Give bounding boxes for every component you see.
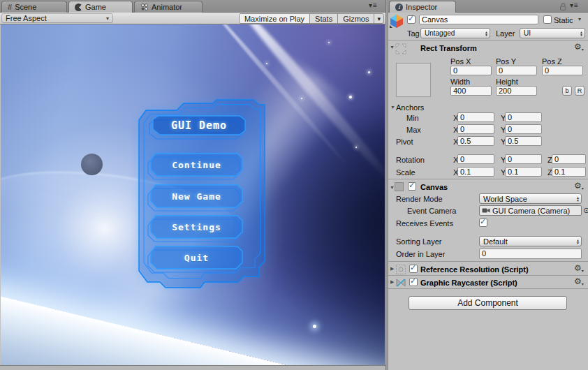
dropdown-arrows-icon: ▲▼ — [485, 31, 488, 36]
gear-icon[interactable]: ⚙▾ — [574, 43, 584, 54]
event-camera-label: Event Camera — [407, 207, 456, 215]
tab-game-label: Game — [85, 3, 106, 11]
canvas-foldout-icon[interactable]: ▼ — [390, 185, 395, 190]
scale-x-field[interactable]: 0.1 — [457, 167, 494, 177]
blueprint-mode-button[interactable]: b — [562, 86, 572, 96]
aspect-dropdown-value: Free Aspect — [6, 14, 47, 22]
inspector-panel: i Inspector ▾≡ ✓ Canvas Static ▾ Tag Unt… — [388, 0, 588, 370]
star — [328, 42, 330, 43]
anchors-min-x-field[interactable]: 0 — [457, 112, 494, 122]
scale-z-field[interactable]: 0.1 — [552, 167, 586, 177]
rect-transform-icon — [395, 43, 407, 55]
game-icon — [75, 3, 82, 11]
reference-resolution-foldout-icon[interactable]: ▶ — [390, 266, 394, 272]
game-viewport: GUI Demo Continue New Game Settings Quit — [1, 24, 385, 365]
new-game-button[interactable]: New Game — [151, 185, 242, 207]
dropdown-arrows-icon: ▲▼ — [580, 31, 583, 36]
pivot-label: Pivot — [396, 138, 413, 146]
add-component-button[interactable]: Add Component — [409, 296, 567, 310]
rotation-x-field[interactable]: 0 — [457, 154, 494, 164]
star — [355, 147, 357, 148]
continue-button[interactable]: Continue — [151, 154, 242, 176]
object-picker-icon[interactable]: ⊙ — [583, 206, 588, 215]
pos-y-label: Pos Y — [496, 57, 516, 66]
graphic-raycaster-title: Graphic Raycaster (Script) — [420, 279, 517, 287]
moon-silhouette — [81, 154, 103, 175]
sorting-layer-dropdown[interactable]: Default ▲▼ — [479, 236, 582, 246]
gizmos-button[interactable]: Gizmos — [337, 14, 374, 23]
reference-resolution-title: Reference Resolution (Script) — [420, 265, 529, 274]
anchors-max-y-field[interactable]: 0 — [505, 124, 542, 134]
tab-scene-label: Scene — [15, 3, 36, 11]
pivot-y-field[interactable]: 0.5 — [505, 136, 542, 146]
game-toolbar-buttons: Maximize on Play Stats Gizmos ▾ — [239, 13, 384, 24]
left-pane-menu-icon[interactable]: ▾≡ — [369, 1, 378, 9]
receives-events-checkbox[interactable]: ✓ — [479, 219, 487, 227]
graphic-raycaster-icon — [395, 277, 406, 288]
quit-button[interactable]: Quit — [151, 246, 242, 269]
tab-scene[interactable]: # Scene — [1, 1, 67, 13]
raw-edit-mode-button[interactable]: R — [575, 86, 585, 96]
dropdown-arrows-icon: ▲▼ — [576, 196, 580, 202]
static-dropdown-icon[interactable]: ▾ — [578, 16, 581, 22]
reference-resolution-icon — [395, 264, 406, 275]
inspector-icon: i — [395, 3, 403, 11]
canvas-title: Canvas — [420, 183, 448, 191]
width-field[interactable]: 400 — [450, 86, 492, 96]
anchors-foldout-icon[interactable]: ▼ — [390, 105, 395, 110]
pos-x-label: Pos X — [450, 57, 471, 66]
dropdown-arrows-icon: ▲▼ — [576, 239, 580, 244]
layer-label: Layer — [496, 29, 515, 38]
anchors-min-y-field[interactable]: 0 — [505, 112, 542, 122]
layer-dropdown[interactable]: UI ▲▼ — [520, 28, 585, 38]
pos-y-field[interactable]: 0 — [496, 66, 537, 75]
tag-label: Tag — [407, 29, 420, 38]
tab-inspector[interactable]: i Inspector — [389, 1, 456, 13]
graphic-raycaster-checkbox[interactable]: ✓ — [409, 278, 418, 286]
graphic-raycaster-foldout-icon[interactable]: ▶ — [390, 279, 394, 285]
gizmos-dropdown-icon[interactable]: ▾ — [374, 14, 383, 23]
tag-dropdown[interactable]: Untagged ▲▼ — [420, 28, 490, 38]
pos-z-field[interactable]: 0 — [542, 66, 583, 75]
static-checkbox[interactable] — [543, 15, 552, 24]
gameobject-cube-icon[interactable] — [389, 13, 404, 29]
tab-animator-label: Animator — [152, 3, 182, 11]
settings-button[interactable]: Settings — [151, 216, 242, 238]
rect-transform-title: Rect Transform — [420, 44, 477, 52]
order-in-layer-field[interactable]: 0 — [479, 249, 582, 259]
height-field[interactable]: 200 — [496, 86, 537, 96]
gear-icon[interactable]: ⚙▾ — [574, 182, 584, 193]
pos-x-field[interactable]: 0 — [450, 66, 492, 75]
name-field[interactable]: Canvas — [419, 15, 538, 24]
aspect-dropdown[interactable]: Free Aspect ▾ — [1, 13, 113, 23]
anchors-min-label: Min — [406, 114, 419, 122]
star — [368, 71, 370, 73]
pivot-x-field[interactable]: 0.5 — [457, 136, 494, 146]
canvas-enabled-checkbox[interactable]: ✓ — [408, 182, 416, 191]
tab-animator[interactable]: Animator — [134, 1, 203, 13]
rotation-z-field[interactable]: 0 — [552, 154, 586, 164]
render-mode-label: Render Mode — [396, 195, 443, 203]
anchors-max-x-field[interactable]: 0 — [457, 124, 494, 134]
maximize-on-play-button[interactable]: Maximize on Play — [240, 14, 309, 23]
tab-game[interactable]: Game — [68, 1, 133, 13]
static-label: Static — [554, 16, 573, 24]
anchor-preview-box[interactable] — [396, 63, 431, 97]
rect-transform-foldout-icon[interactable]: ▼ — [390, 45, 395, 50]
active-checkbox[interactable]: ✓ — [407, 15, 416, 24]
event-camera-object-field[interactable]: GUI Camera (Camera) — [479, 205, 582, 216]
rotation-y-field[interactable]: 0 — [505, 154, 542, 164]
scale-label: Scale — [396, 168, 416, 177]
anchors-label: Anchors — [396, 103, 424, 112]
pos-z-label: Pos Z — [542, 57, 562, 66]
inspector-menu-icon[interactable]: ▾≡ — [570, 1, 579, 9]
star — [301, 98, 302, 99]
scale-y-field[interactable]: 0.1 — [505, 167, 542, 177]
rotation-label: Rotation — [396, 156, 425, 164]
gear-icon[interactable]: ⚙▾ — [574, 264, 584, 275]
reference-resolution-checkbox[interactable]: ✓ — [409, 265, 418, 273]
gear-icon[interactable]: ⚙▾ — [574, 277, 584, 288]
stats-button[interactable]: Stats — [309, 14, 337, 23]
render-mode-dropdown[interactable]: World Space ▲▼ — [479, 193, 582, 204]
lock-icon[interactable] — [559, 2, 567, 11]
